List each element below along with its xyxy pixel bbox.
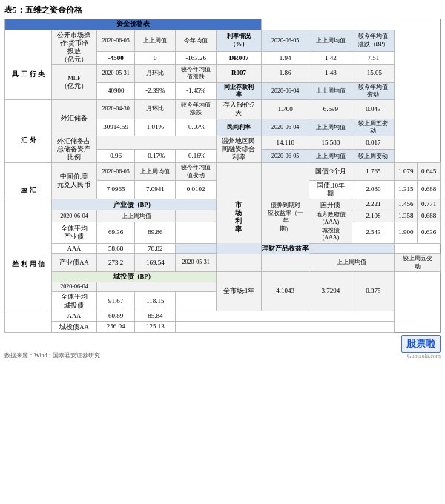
- cell-local-bond2-v3: 0.636: [418, 222, 441, 243]
- cell-civil-v1: 14.110: [261, 136, 309, 150]
- cell-forex-ratio-spacer: [96, 136, 216, 150]
- cell-omm-v2: 0: [135, 51, 176, 64]
- cell-local-bond2-v1: 2.543: [352, 222, 395, 243]
- cell-civil-date: 2020-06-04: [261, 119, 309, 136]
- cell-wealth-header: 理财产品收益率: [176, 243, 395, 254]
- cell-urban-avg-label: 全体平均城投债: [52, 292, 97, 311]
- cell-bond-3m-label: 国债:3个月: [309, 163, 352, 181]
- cell-civil-v3: 0.017: [352, 136, 395, 150]
- cell-bond-10y-label: 国债:10年期: [309, 181, 352, 199]
- cell-urban-aa-label: 城投债AA: [52, 322, 97, 333]
- cell-wealth-v2: 3.7294: [309, 272, 352, 311]
- cell-mlf-compare2: 较今年均值值涨跌: [176, 64, 217, 82]
- logo: 股票啦: [401, 335, 441, 353]
- cell-exchange-label: 中间价:美元兑人民币: [52, 163, 97, 199]
- cell-r007-v2: 1.48: [309, 64, 352, 82]
- cell-gk-v2: 1.456: [395, 199, 418, 210]
- cell-urban-avg-v2: 118.15: [135, 292, 176, 311]
- cell-rate-header: 利率情况（%）: [217, 30, 262, 51]
- cell-forex-ratio-label: 外汇储备占总储备资产比例: [52, 136, 97, 163]
- cell-mlf-label: MLF（亿元）: [52, 64, 97, 100]
- cell-bond-10y-v3: 0.688: [418, 181, 441, 199]
- footer-source: 数据来源：Wind；国泰君安证券研究: [4, 351, 100, 359]
- table-row: 央行工具 公开市场操作:货币净投放（亿元） 2020-06-05 上上周值 今年…: [5, 30, 441, 51]
- cell-date1: 2020-06-05: [96, 30, 135, 51]
- cell-deposit-compare2: 较今年均值变动: [352, 82, 395, 100]
- table-row: 城投债（BP） 全市场:1年 4.1043 3.7294 0.375: [5, 272, 441, 282]
- cell-compare2: 今年均值: [176, 30, 217, 51]
- footer: 数据来源：Wind；国泰君安证券研究 股票啦 Gupiaola.com: [4, 335, 441, 359]
- cell-bond-3m-v1: 1.765: [352, 163, 395, 181]
- cell-wealth-date: 2020-05-31: [176, 254, 217, 272]
- cell-local-bond-label: 地方政府债(AAA)城投债(AAA): [309, 210, 352, 244]
- cell-market-compare2: 较上周变动: [352, 150, 395, 163]
- cell-urban-compare1: [96, 282, 216, 292]
- cell-industry-aaa-v2: 78.82: [135, 243, 176, 254]
- cell-r007-v1: 1.86: [261, 64, 309, 82]
- cell-industry-aa-v1: 273.2: [96, 254, 135, 272]
- cell-forex-ratio-v3: -0.16%: [176, 150, 217, 163]
- cell-deposit-header: 同业存款利率: [217, 82, 262, 100]
- cell-exchange-v3: 0.0102: [176, 181, 217, 199]
- page-title: 表5：五维之资金价格: [4, 4, 441, 16]
- cell-local-bond-v2: 1.358: [395, 210, 418, 222]
- cell-industry-avg-v1: 69.36: [96, 222, 135, 243]
- cell-local-bond-v3: 0.688: [418, 210, 441, 222]
- cell-wealth-compare1: 上上周均值: [309, 254, 395, 272]
- cell-deposit-v1: 1.700: [261, 100, 309, 119]
- cell-exchange-compare2: 较今年均值值变动: [176, 163, 217, 181]
- cell-bond-10y-v1: 2.080: [352, 181, 395, 199]
- section-label-exchange: 汇率: [5, 163, 52, 199]
- cell-dr007-v3: 7.51: [352, 51, 395, 64]
- page-wrapper: 表5：五维之资金价格 资金价格表 央行工具 公开市场操作:货币净投放（亿元） 2…: [0, 0, 445, 362]
- cell-r007-label: R007: [217, 64, 262, 82]
- cell-industry-header: 产业债（BP）: [52, 199, 217, 210]
- cell-market-sublabel: 债券到期对应收益率（一年期）: [261, 163, 309, 272]
- logo-container: 股票啦 Gupiaola.com: [401, 335, 441, 359]
- cell-bond-10y-v2: 1.315: [395, 181, 418, 199]
- cell-exchange-date: 2020-06-05: [96, 163, 135, 181]
- section-label-credit2: [5, 311, 52, 332]
- cell-mlf-v3: -1.45%: [176, 82, 217, 100]
- main-table: 资金价格表 央行工具 公开市场操作:货币净投放（亿元） 2020-06-05 上…: [4, 19, 441, 333]
- cell-civil-compare2: 较上周五变动: [352, 119, 395, 136]
- cell-mlf-date: 2020-05-31: [96, 64, 135, 82]
- cell-wealth-v3: 0.375: [352, 272, 395, 311]
- cell-industry-aa-label: 产业债AA: [52, 254, 97, 272]
- cell-gk-v3: 0.771: [418, 199, 441, 210]
- table-header: 资金价格表: [5, 19, 262, 30]
- cell-deposit-v3: 0.043: [352, 100, 395, 119]
- cell-forex-compare2: 较今年均值涨跌: [176, 100, 217, 119]
- cell-compare-r1: 上上周均值: [309, 30, 352, 51]
- cell-forex-v1: 30914.59: [96, 119, 135, 136]
- cell-forex-reserve-label: 外汇储备: [52, 100, 97, 136]
- cell-mlf-v1: 40900: [96, 82, 135, 100]
- cell-urban-aa-v2: 125.13: [135, 322, 176, 333]
- cell-compare1: 上上周值: [135, 30, 176, 51]
- cell-market-compare1: 上上周均值: [309, 150, 352, 163]
- cell-forex-v3: -0.07%: [176, 119, 217, 136]
- cell-industry-date: 2020-06-04: [52, 210, 97, 222]
- cell-deposit-compare1: 上上周均值: [309, 82, 352, 100]
- cell-urban-aaa-label: AAA: [52, 311, 97, 322]
- cell-industry-compare1: 上上周均值: [96, 210, 175, 222]
- cell-omm-v1: -4500: [96, 51, 135, 64]
- cell-industry-aaa-v1: 58.68: [96, 243, 135, 254]
- cell-industry-avg-label: 全体平均产业债: [52, 222, 97, 243]
- cell-deposit-v2: 6.699: [309, 100, 352, 119]
- table-row: 汇率 中间价:美元兑人民币 2020-06-05 上上周均值 较今年均值值变动 …: [5, 163, 441, 181]
- cell-civil-header: 民间利率: [217, 119, 262, 136]
- cell-civil-v2: 15.588: [309, 136, 352, 150]
- cell-dr007-label: DR007: [217, 51, 262, 64]
- cell-gk-v1: 2.221: [352, 199, 395, 210]
- cell-civil-compare1: 上上周均值: [309, 119, 352, 136]
- cell-exchange-v2: 7.0941: [135, 181, 176, 199]
- cell-mlf-v2: -2.39%: [135, 82, 176, 100]
- section-label-credit: 信用利差: [5, 199, 52, 311]
- cell-forex-date: 2020-04-30: [96, 100, 135, 119]
- cell-forex-compare1: 月环比: [135, 100, 176, 119]
- table-row: MLF（亿元） 2020-05-31 月环比 较今年均值值涨跌 R007 1.8…: [5, 64, 441, 82]
- cell-urban-header: 城投债（BP）: [52, 272, 217, 282]
- cell-spacer1: [176, 210, 262, 222]
- cell-spacer4: [176, 311, 395, 322]
